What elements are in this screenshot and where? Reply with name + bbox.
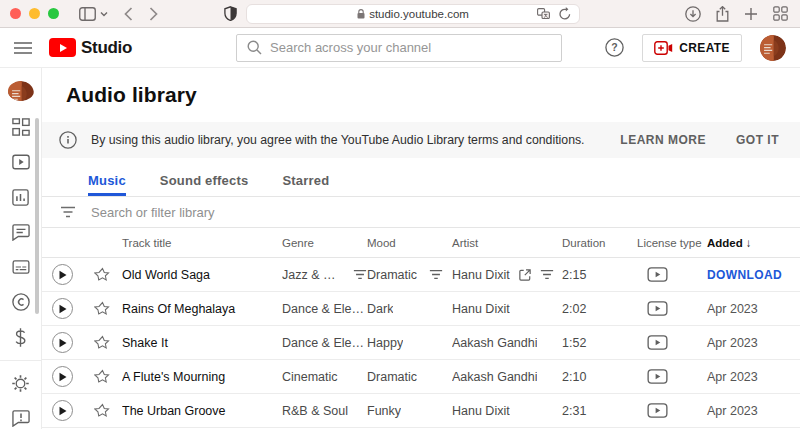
added-date: Apr 2023 bbox=[707, 302, 758, 316]
column-added[interactable]: Added ↓ bbox=[707, 237, 800, 249]
filter-icon bbox=[60, 206, 76, 218]
url-text: studio.youtube.com bbox=[369, 8, 469, 20]
column-track-title[interactable]: Track title bbox=[122, 237, 282, 249]
column-license-type[interactable]: License type bbox=[637, 237, 707, 249]
artist-external-link-icon[interactable] bbox=[519, 269, 531, 281]
column-artist[interactable]: Artist bbox=[452, 237, 562, 249]
learn-more-button[interactable]: LEARN MORE bbox=[620, 133, 706, 147]
tab-starred[interactable]: Starred bbox=[282, 165, 329, 196]
table-row[interactable]: The Urban Groove R&B & Soul Funky Hanu D… bbox=[42, 394, 800, 428]
reload-icon[interactable] bbox=[559, 7, 571, 20]
search-icon bbox=[247, 40, 262, 55]
track-genre: Dance & Electr... bbox=[282, 336, 367, 350]
close-window-button[interactable] bbox=[10, 8, 21, 19]
sidebar-item-copyright[interactable] bbox=[10, 291, 32, 313]
library-filter-bar[interactable] bbox=[42, 197, 800, 228]
help-icon[interactable]: ? bbox=[605, 38, 624, 57]
svg-text:?: ? bbox=[611, 41, 617, 53]
star-icon[interactable] bbox=[94, 368, 111, 385]
table-row[interactable]: Rains Of Meghalaya Dance & Electr... Dar… bbox=[42, 292, 800, 326]
account-avatar[interactable] bbox=[760, 35, 786, 61]
license-type-icon[interactable] bbox=[647, 369, 668, 384]
play-button[interactable] bbox=[52, 264, 73, 285]
filter-by-genre-icon[interactable] bbox=[353, 269, 367, 280]
chevron-down-icon[interactable] bbox=[100, 11, 108, 17]
minimize-window-button[interactable] bbox=[29, 8, 40, 19]
column-mood[interactable]: Mood bbox=[367, 237, 452, 249]
table-row[interactable]: A Flute's Mourning Cinematic Dramatic Aa… bbox=[42, 360, 800, 394]
sidebar-toggle-icon[interactable] bbox=[79, 7, 96, 21]
sidebar-item-settings[interactable] bbox=[10, 372, 32, 394]
address-bar[interactable]: studio.youtube.com bbox=[246, 4, 580, 24]
sidebar-divider bbox=[0, 360, 42, 361]
privacy-shield-icon[interactable] bbox=[224, 6, 237, 21]
track-duration: 2:10 bbox=[562, 370, 637, 384]
search-input[interactable] bbox=[270, 40, 551, 55]
license-type-icon[interactable] bbox=[647, 335, 668, 350]
studio-header: Studio ? CREATE bbox=[0, 28, 800, 68]
track-mood: Happy bbox=[367, 336, 403, 350]
license-type-icon[interactable] bbox=[647, 403, 668, 418]
download-link[interactable]: DOWNLOAD bbox=[707, 268, 782, 282]
star-icon[interactable] bbox=[94, 266, 111, 283]
got-it-button[interactable]: GOT IT bbox=[736, 133, 779, 147]
library-tabs: Music Sound effects Starred bbox=[42, 165, 800, 197]
table-header: Track title Genre Mood Artist Duration L… bbox=[42, 228, 800, 258]
play-button[interactable] bbox=[52, 298, 73, 319]
sidebar-scrollbar[interactable] bbox=[35, 118, 39, 314]
new-tab-icon[interactable] bbox=[744, 7, 758, 21]
youtube-studio-logo[interactable]: Studio bbox=[49, 38, 132, 58]
tab-sound-effects[interactable]: Sound effects bbox=[160, 165, 249, 196]
sidebar-item-analytics[interactable] bbox=[10, 186, 32, 208]
sidebar-item-send-feedback[interactable] bbox=[10, 407, 32, 429]
library-filter-input[interactable] bbox=[91, 205, 800, 220]
forward-icon[interactable] bbox=[149, 7, 158, 21]
sidebar-item-earn[interactable] bbox=[10, 326, 32, 348]
sidebar-item-dashboard[interactable] bbox=[10, 116, 32, 138]
browser-chrome: studio.youtube.com bbox=[0, 0, 800, 28]
star-icon[interactable] bbox=[94, 402, 111, 419]
youtube-logo-icon bbox=[49, 38, 76, 57]
track-artist: Aakash Gandhi bbox=[452, 336, 537, 350]
track-mood: Funky bbox=[367, 404, 401, 418]
table-row[interactable]: Old World Saga Jazz & Blu... Dramatic Ha… bbox=[42, 258, 800, 292]
track-title: Shake It bbox=[122, 336, 282, 350]
create-button-label: CREATE bbox=[679, 41, 730, 55]
page-title: Audio library bbox=[66, 83, 197, 107]
added-date: Apr 2023 bbox=[707, 404, 758, 418]
track-duration: 2:31 bbox=[562, 404, 637, 418]
share-icon[interactable] bbox=[716, 6, 729, 22]
play-button[interactable] bbox=[52, 400, 73, 421]
license-type-icon[interactable] bbox=[647, 301, 668, 316]
channel-search-box[interactable] bbox=[236, 34, 562, 62]
added-date: Apr 2023 bbox=[707, 336, 758, 350]
filter-by-artist-icon[interactable] bbox=[540, 269, 554, 280]
star-icon[interactable] bbox=[94, 300, 111, 317]
filter-by-mood-icon[interactable] bbox=[429, 269, 443, 280]
sidebar-item-comments[interactable] bbox=[10, 221, 32, 243]
star-icon[interactable] bbox=[94, 334, 111, 351]
zoom-window-button[interactable] bbox=[48, 8, 59, 19]
lock-icon bbox=[357, 9, 365, 19]
sidebar-item-content[interactable] bbox=[10, 151, 32, 173]
column-duration[interactable]: Duration bbox=[562, 237, 637, 249]
terms-banner: By using this audio library, you agree w… bbox=[42, 122, 800, 158]
back-icon[interactable] bbox=[124, 7, 133, 21]
tab-music[interactable]: Music bbox=[88, 165, 126, 196]
channel-avatar[interactable] bbox=[8, 81, 34, 101]
menu-icon[interactable] bbox=[14, 42, 32, 54]
tab-overview-icon[interactable] bbox=[773, 6, 788, 21]
create-video-icon bbox=[654, 41, 673, 55]
sort-desc-icon: ↓ bbox=[746, 237, 752, 249]
mini-sidebar bbox=[0, 68, 42, 429]
sidebar-item-subtitles[interactable] bbox=[10, 256, 32, 278]
play-button[interactable] bbox=[52, 366, 73, 387]
license-type-icon[interactable] bbox=[647, 267, 668, 282]
create-button[interactable]: CREATE bbox=[642, 34, 742, 62]
downloads-icon[interactable] bbox=[685, 6, 701, 22]
track-title: Rains Of Meghalaya bbox=[122, 302, 282, 316]
column-genre[interactable]: Genre bbox=[282, 237, 367, 249]
translate-icon[interactable] bbox=[537, 8, 550, 19]
table-row[interactable]: Shake It Dance & Electr... Happy Aakash … bbox=[42, 326, 800, 360]
play-button[interactable] bbox=[52, 332, 73, 353]
